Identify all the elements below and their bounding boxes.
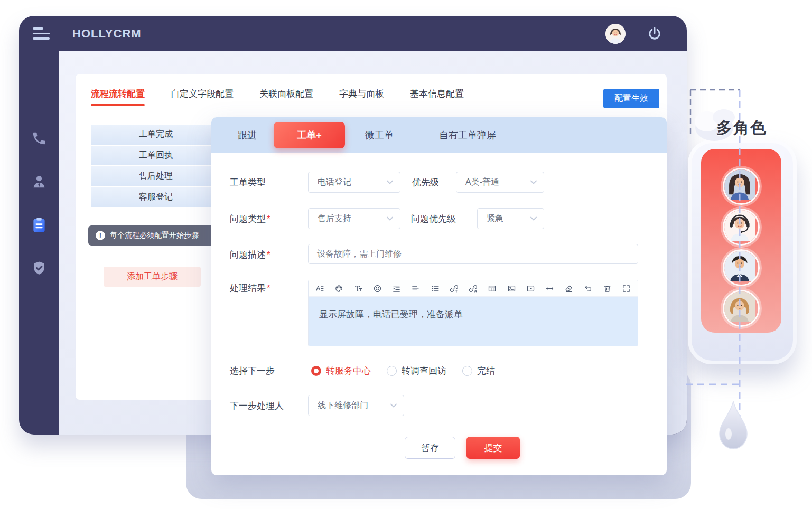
add-step-button[interactable]: 添加工单步骤 <box>104 267 201 287</box>
hamburger-menu-icon[interactable] <box>33 27 50 40</box>
indent-icon[interactable] <box>392 284 401 293</box>
radio-unselected-icon <box>462 366 472 376</box>
palette-icon[interactable] <box>334 284 343 293</box>
config-tab-bar: 流程流转配置 自定义字段配置 关联面板配置 字典与面板 基本信息配置 <box>91 88 464 106</box>
app-header: HOLLYCRM <box>19 16 687 51</box>
priority-label: 优先级 <box>412 176 439 188</box>
chevron-down-icon <box>530 180 537 184</box>
multi-role-label: 多角色 <box>716 117 767 139</box>
align-left-icon[interactable] <box>411 284 420 293</box>
user-avatar-image <box>605 24 626 44</box>
chevron-down-icon <box>387 216 393 221</box>
divider-icon[interactable] <box>545 284 554 293</box>
power-icon[interactable] <box>647 26 662 42</box>
result-editor-content[interactable]: 显示屏故障，电话已受理，准备派单 <box>309 297 638 346</box>
link-remove-icon[interactable] <box>469 284 478 293</box>
radio-finish[interactable]: 完结 <box>462 365 495 377</box>
workflow-step-list: 工单完成 工单回执 售后处理 客服登记 <box>91 125 221 208</box>
tab-micro-ticket[interactable]: 微工单 <box>365 129 394 142</box>
tab-ticket-plus[interactable]: 工单+ <box>274 122 345 148</box>
next-step-label: 选择下一步 <box>230 365 275 377</box>
apply-config-button[interactable]: 配置生效 <box>603 89 659 108</box>
multi-role-panel <box>688 139 797 364</box>
tab-dictionary-panel[interactable]: 字典与面板 <box>339 88 384 106</box>
issue-desc-label: 问题描述* <box>230 249 270 261</box>
ticket-modal: 跟进 工单+ 微工单 自有工单弹屏 工单类型 电话登记 优先级 A类-普通 问题… <box>211 117 667 475</box>
priority-select[interactable]: A类-普通 <box>456 172 544 193</box>
video-icon[interactable] <box>526 284 535 293</box>
phone-icon[interactable] <box>30 129 49 148</box>
table-icon[interactable] <box>488 284 497 293</box>
workflow-step-item[interactable]: 客服登记 <box>91 187 221 208</box>
ticket-type-select[interactable]: 电话登记 <box>308 172 400 193</box>
tab-linked-panel-config[interactable]: 关联面板配置 <box>259 88 313 106</box>
tab-basic-info-config[interactable]: 基本信息配置 <box>410 88 464 106</box>
radio-unselected-icon <box>387 366 397 376</box>
editor-toolbar <box>309 280 638 297</box>
fullscreen-icon[interactable] <box>622 284 631 293</box>
role-avatar-specialist <box>723 290 760 327</box>
person-icon[interactable] <box>30 172 49 191</box>
header-actions <box>605 24 662 44</box>
page: HOLLYCRM <box>0 0 812 509</box>
radio-transfer-service-center[interactable]: 转服务中心 <box>311 365 371 377</box>
issue-priority-label: 问题优先级 <box>411 213 456 225</box>
image-icon[interactable] <box>507 284 516 293</box>
role-avatar-manager <box>723 249 760 286</box>
tab-own-ticket-popup[interactable]: 自有工单弹屏 <box>439 129 496 142</box>
app-sidebar <box>19 51 59 435</box>
emoji-icon[interactable] <box>373 284 382 293</box>
chevron-down-icon <box>387 180 393 184</box>
undo-icon[interactable] <box>584 284 593 293</box>
list-icon[interactable] <box>431 284 440 293</box>
save-draft-button[interactable]: 暂存 <box>405 437 455 459</box>
chevron-down-icon <box>530 216 537 221</box>
eraser-icon[interactable] <box>564 284 573 293</box>
ticket-type-label: 工单类型 <box>230 176 266 188</box>
next-handler-select[interactable]: 线下维修部门 <box>308 395 404 416</box>
link-add-icon[interactable] <box>450 284 459 293</box>
radio-transfer-survey-callback[interactable]: 转调查回访 <box>387 365 446 377</box>
submit-button[interactable]: 提交 <box>466 437 520 459</box>
workflow-step-item[interactable]: 工单完成 <box>91 125 221 145</box>
notice-tooltip: ! 每个流程必须配置开始步骤 <box>88 225 225 246</box>
clipboard-icon[interactable] <box>30 215 49 234</box>
role-avatar-agent <box>723 168 760 205</box>
modal-tab-bar: 跟进 工单+ 微工单 自有工单弹屏 <box>211 117 667 153</box>
issue-priority-select[interactable]: 紧急 <box>477 208 544 229</box>
exclamation-icon: ! <box>96 231 105 240</box>
tab-follow-up[interactable]: 跟进 <box>238 129 257 142</box>
role-avatar-list <box>701 149 781 333</box>
tab-custom-field-config[interactable]: 自定义字段配置 <box>171 88 234 106</box>
result-label: 处理结果* <box>230 282 270 294</box>
font-size-icon[interactable] <box>354 284 363 293</box>
user-avatar[interactable] <box>605 24 626 44</box>
radio-selected-icon <box>311 366 321 376</box>
issue-type-select[interactable]: 售后支持 <box>308 208 400 229</box>
next-step-options: 转服务中心 转调查回访 完结 <box>311 365 495 377</box>
shield-icon[interactable] <box>30 259 49 278</box>
delete-icon[interactable] <box>603 284 612 293</box>
role-avatar-headset-operator <box>723 209 760 246</box>
issue-desc-input[interactable]: 设备故障，需上门维修 <box>308 244 638 264</box>
workflow-step-item[interactable]: 售后处理 <box>91 166 221 186</box>
notice-text: 每个流程必须配置开始步骤 <box>110 231 199 240</box>
workflow-step-item[interactable]: 工单回执 <box>91 146 221 166</box>
teardrop-shape <box>720 401 747 449</box>
result-editor[interactable]: 显示屏故障，电话已受理，准备派单 <box>308 280 638 346</box>
text-style-icon[interactable] <box>315 284 324 293</box>
chevron-down-icon <box>390 403 397 408</box>
next-handler-label: 下一步处理人 <box>230 400 284 412</box>
tab-process-flow-config[interactable]: 流程流转配置 <box>91 88 145 106</box>
app-title: HOLLYCRM <box>72 27 142 41</box>
issue-type-label: 问题类型* <box>230 213 270 225</box>
